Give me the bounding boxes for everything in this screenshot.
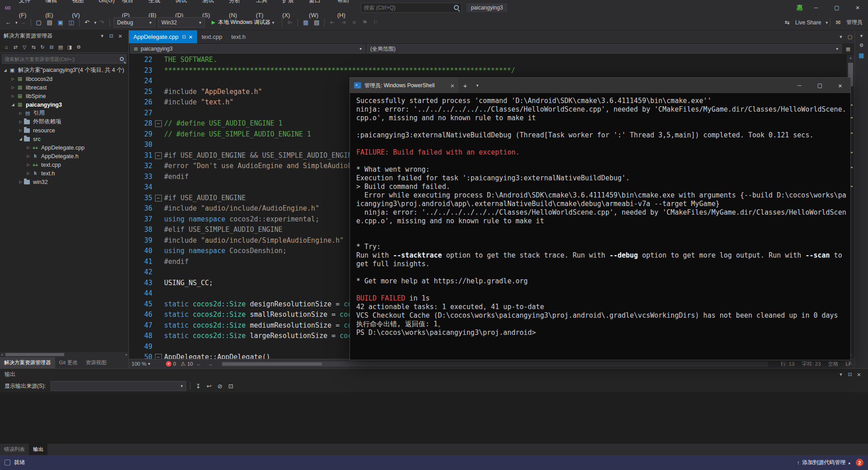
pin-icon[interactable] bbox=[845, 371, 854, 377]
scroll-left-icon[interactable]: ◂ bbox=[1, 352, 3, 357]
tree-item[interactable]: ▷++text.cpp bbox=[0, 160, 128, 169]
expander-icon[interactable]: ▷ bbox=[25, 163, 32, 167]
tab-dropdown-icon[interactable] bbox=[472, 83, 483, 88]
doc-tab[interactable]: text.cpp bbox=[197, 30, 227, 43]
terminal-maximize-button[interactable] bbox=[810, 78, 830, 93]
file-list-icon[interactable] bbox=[311, 19, 322, 26]
tree-item[interactable]: ◢src bbox=[0, 135, 128, 143]
live-share-icon[interactable] bbox=[782, 19, 793, 26]
tree-item[interactable]: ▷libSpine bbox=[0, 92, 128, 100]
save-icon[interactable] bbox=[55, 19, 66, 26]
tree-item[interactable]: ▷htext.h bbox=[0, 169, 128, 178]
code-line[interactable]: 22THE SOFTWARE. bbox=[129, 55, 847, 66]
pin-output-icon[interactable] bbox=[225, 383, 236, 390]
navigate-forward-icon[interactable] bbox=[18, 19, 28, 26]
previous-issue-icon[interactable]: ← bbox=[196, 361, 202, 367]
maximize-button[interactable] bbox=[826, 0, 847, 15]
expander-icon[interactable]: ▷ bbox=[25, 171, 32, 175]
source-control-label[interactable]: 添加到源代码管理 bbox=[802, 459, 845, 466]
platform-select[interactable]: Win32 bbox=[158, 17, 205, 28]
indentation-mode[interactable]: 空格 bbox=[828, 361, 839, 367]
terminal-title-bar[interactable]: 管理员: Windows PowerShell bbox=[350, 78, 850, 93]
scrollbar-thumb[interactable] bbox=[5, 353, 64, 356]
live-share-label[interactable]: Live Share bbox=[795, 19, 821, 26]
close-icon[interactable] bbox=[189, 33, 193, 41]
comment-icon[interactable] bbox=[349, 19, 359, 26]
preview-selected-icon[interactable] bbox=[65, 44, 74, 50]
scrollbar-thumb[interactable] bbox=[222, 362, 322, 366]
solution-search-box[interactable] bbox=[2, 54, 127, 64]
clear-output-icon[interactable]: ⊘ bbox=[214, 383, 225, 390]
chevron-up-icon[interactable] bbox=[848, 461, 850, 465]
panel-tab[interactable]: 输出 bbox=[29, 444, 47, 455]
search-icon[interactable] bbox=[454, 5, 459, 10]
scope-dropdown[interactable]: (全局范围) bbox=[367, 44, 842, 53]
navigate-back-icon[interactable] bbox=[3, 19, 14, 26]
expander-icon[interactable]: ▷ bbox=[9, 85, 16, 89]
pin-icon[interactable] bbox=[182, 34, 186, 39]
output-content[interactable] bbox=[0, 392, 868, 444]
terminal-close-button[interactable] bbox=[830, 78, 850, 93]
output-source-select[interactable] bbox=[51, 381, 186, 391]
close-button[interactable] bbox=[847, 0, 868, 15]
previous-bookmark-icon[interactable] bbox=[370, 19, 381, 26]
feedback-icon[interactable] bbox=[833, 19, 844, 26]
undo-icon[interactable] bbox=[82, 19, 93, 26]
project-dropdown[interactable]: paicangying3 bbox=[130, 44, 365, 53]
close-icon[interactable] bbox=[116, 32, 125, 40]
float-window-icon[interactable] bbox=[845, 34, 854, 40]
filter-icon[interactable] bbox=[20, 44, 29, 50]
redo-icon[interactable] bbox=[96, 19, 107, 26]
gear-icon[interactable] bbox=[857, 42, 866, 48]
file-grid-icon[interactable] bbox=[300, 19, 311, 26]
line-ending[interactable]: LF bbox=[846, 361, 852, 367]
expander-icon[interactable]: ▷ bbox=[25, 154, 32, 158]
scroll-lock-icon[interactable]: ↧ bbox=[193, 383, 203, 390]
indent-icon[interactable] bbox=[338, 19, 349, 26]
tree-item[interactable]: ▷librecast bbox=[0, 83, 128, 92]
error-count[interactable]: 0 bbox=[173, 361, 176, 367]
expander-icon[interactable]: ▷ bbox=[17, 111, 24, 115]
close-tab-icon[interactable] bbox=[450, 82, 454, 89]
terminal-content[interactable]: Successfully started process 'command 'D… bbox=[350, 93, 850, 360]
save-all-icon[interactable] bbox=[66, 19, 77, 26]
tree-item[interactable]: ▷外部依赖项 bbox=[0, 118, 128, 126]
fold-icon[interactable] bbox=[152, 193, 164, 204]
expander-icon[interactable]: ▷ bbox=[17, 128, 24, 132]
pin-icon[interactable] bbox=[107, 33, 116, 39]
solution-explorer-hscrollbar[interactable]: ◂ ▸ bbox=[0, 352, 128, 357]
fold-icon[interactable] bbox=[152, 352, 164, 359]
configuration-select[interactable]: Debug bbox=[113, 17, 155, 28]
tree-item[interactable]: ▷libcocos2d bbox=[0, 75, 128, 83]
tree-item[interactable]: ▷++AppDelegate.cpp bbox=[0, 143, 128, 152]
doc-tab[interactable]: text.h bbox=[226, 30, 250, 43]
editor-hscrollbar[interactable] bbox=[222, 362, 768, 367]
tree-item[interactable]: ▷hAppDelegate.h bbox=[0, 152, 128, 160]
user-avatar[interactable]: 惠 bbox=[794, 4, 806, 12]
open-file-icon[interactable] bbox=[44, 19, 55, 26]
toolbox-grid-icon[interactable] bbox=[857, 52, 866, 59]
tree-item[interactable]: ▷引用 bbox=[0, 109, 128, 118]
panel-tab[interactable]: 错误列表 bbox=[0, 444, 29, 455]
expander-icon[interactable]: ▷ bbox=[17, 180, 24, 184]
terminal-minimize-button[interactable] bbox=[789, 78, 810, 93]
expander-icon[interactable]: ▷ bbox=[9, 94, 16, 98]
expander-icon[interactable]: ▷ bbox=[17, 120, 24, 124]
zoom-select[interactable]: 100 % bbox=[132, 361, 161, 367]
expander-icon[interactable]: ▷ bbox=[9, 77, 16, 81]
fold-icon[interactable] bbox=[152, 118, 164, 129]
publish-icon[interactable] bbox=[797, 460, 799, 466]
refresh-icon[interactable] bbox=[38, 44, 47, 50]
attach-process-icon[interactable] bbox=[284, 19, 295, 26]
close-icon[interactable] bbox=[854, 371, 863, 378]
expander-icon[interactable]: ◢ bbox=[2, 68, 9, 72]
panel-tab[interactable]: 资源视图 bbox=[81, 357, 110, 368]
tree-item[interactable]: ▷resource bbox=[0, 126, 128, 135]
show-all-files-icon[interactable] bbox=[56, 44, 65, 50]
home-icon[interactable] bbox=[2, 44, 11, 50]
minimize-button[interactable] bbox=[806, 0, 826, 15]
global-search-box[interactable] bbox=[361, 3, 462, 13]
tree-item[interactable]: ◢解决方案"paicangying3"(4 个项目, 共 4 个) bbox=[0, 66, 128, 75]
panel-tab[interactable]: 解决方案资源管理器 bbox=[0, 357, 55, 368]
scroll-right-icon[interactable]: ▸ bbox=[126, 352, 127, 357]
